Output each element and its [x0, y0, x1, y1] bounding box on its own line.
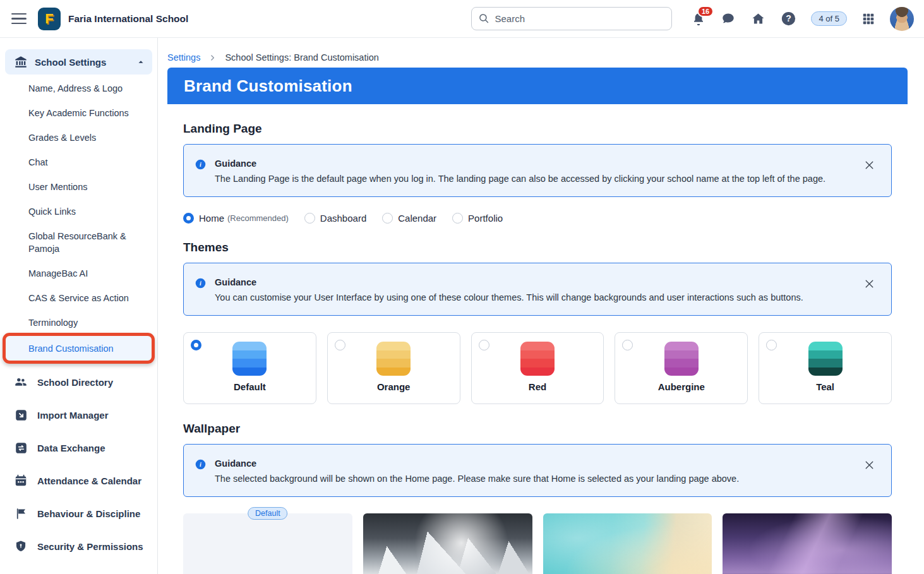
shield-icon	[14, 539, 28, 553]
theme-swatch-teal	[808, 342, 843, 376]
messages-chat-icon[interactable]	[721, 11, 736, 27]
search-box	[471, 7, 672, 30]
breadcrumb-settings-link[interactable]: Settings	[167, 52, 200, 63]
landing-option-dashboard[interactable]: Dashboard	[304, 213, 366, 224]
wallpaper-purple-night-sky[interactable]	[723, 513, 892, 574]
hamburger-icon[interactable]	[11, 13, 27, 25]
notifications-bell-icon[interactable]: 16	[691, 11, 706, 27]
chevron-up-icon	[137, 58, 145, 66]
school-name[interactable]: Faria International School	[68, 13, 188, 25]
sidebar-item-behaviour-discipline[interactable]: Behaviour & Discipline	[0, 497, 157, 530]
main-content: Settings School Settings: Brand Customis…	[158, 38, 924, 574]
radio-icon[interactable]	[335, 340, 345, 350]
sidebar-item-chat[interactable]: Chat	[0, 150, 157, 174]
sidebar-section-school-settings[interactable]: School Settings	[5, 49, 152, 75]
sidebar-item-user-mentions[interactable]: User Mentions	[0, 174, 157, 199]
home-icon[interactable]	[750, 11, 766, 27]
theme-label: Red	[529, 381, 546, 392]
sidebar-item-managebac-ai[interactable]: ManageBac AI	[0, 261, 157, 285]
landing-option-home[interactable]: Home (Recommended)	[183, 213, 289, 224]
help-icon[interactable]: ?	[781, 11, 796, 27]
wallpaper-default[interactable]: Default	[183, 513, 352, 574]
theme-options: Default Orange Red Aubergine	[183, 332, 892, 404]
landing-page-heading: Landing Page	[183, 122, 892, 136]
theme-card-teal[interactable]: Teal	[759, 332, 892, 404]
sidebar-item-import-manager[interactable]: Import Manager	[0, 398, 157, 431]
sidebar-item-label: Key Academic Functions	[28, 108, 129, 118]
sidebar-item-school-directory[interactable]: School Directory	[0, 366, 157, 398]
flag-icon	[14, 506, 28, 520]
info-icon: i	[195, 459, 206, 470]
themes-guidance-box: i Guidance You can customise your User I…	[183, 263, 892, 316]
sidebar-item-label: Attendance & Calendar	[37, 475, 141, 486]
sidebar-item-quick-links[interactable]: Quick Links	[0, 199, 157, 224]
apps-grid-icon[interactable]	[861, 12, 875, 26]
data-exchange-icon	[14, 441, 28, 455]
guidance-title: Guidance	[215, 158, 825, 169]
import-icon	[14, 408, 28, 422]
sidebar-item-terminology[interactable]: Terminology	[0, 310, 157, 335]
guidance-text: The selected background will be shown on…	[215, 474, 739, 484]
sidebar-section-label: School Settings	[35, 57, 106, 68]
sidebar-item-label: School Directory	[37, 377, 113, 388]
theme-card-aubergine[interactable]: Aubergine	[615, 332, 748, 404]
sidebar-item-label: ManageBac AI	[28, 268, 88, 278]
theme-card-default[interactable]: Default	[183, 332, 316, 404]
theme-card-orange[interactable]: Orange	[327, 332, 460, 404]
radio-selected-icon	[183, 213, 194, 224]
sidebar-item-label: Chat	[28, 157, 48, 167]
sidebar-item-label: CAS & Service as Action	[28, 293, 129, 303]
wallpaper-teal-watercolor[interactable]	[543, 513, 712, 574]
landing-option-calendar[interactable]: Calendar	[382, 213, 436, 224]
sidebar-item-key-academic-functions[interactable]: Key Academic Functions	[0, 100, 157, 125]
sidebar-item-attendance-calendar[interactable]: Attendance & Calendar	[0, 464, 157, 497]
sidebar-item-name-address-logo[interactable]: Name, Address & Logo	[0, 76, 157, 100]
sidebar-item-grades-levels[interactable]: Grades & Levels	[0, 125, 157, 150]
bank-icon	[14, 55, 28, 69]
info-icon: i	[195, 278, 206, 289]
theme-label: Teal	[816, 381, 834, 392]
close-icon[interactable]	[861, 157, 877, 175]
sidebar-item-label: Data Exchange	[37, 443, 105, 453]
plan-usage-badge[interactable]: 4 of 5	[811, 11, 847, 26]
wallpaper-options: Default	[183, 513, 892, 574]
radio-selected-icon[interactable]	[191, 340, 201, 350]
search-input[interactable]	[471, 7, 672, 30]
sidebar-item-global-resourcebank-pamoja[interactable]: Global ResourceBank & Pamoja	[0, 224, 157, 261]
svg-text:i: i	[200, 161, 201, 168]
radio-icon[interactable]	[766, 340, 777, 350]
landing-option-portfolio[interactable]: Portfolio	[452, 213, 503, 224]
radio-icon	[382, 213, 393, 224]
sidebar-item-cas-service-as-action[interactable]: CAS & Service as Action	[0, 285, 157, 310]
theme-swatch-orange	[376, 342, 411, 376]
sidebar-item-label: User Mentions	[28, 182, 87, 192]
sidebar-item-data-exchange[interactable]: Data Exchange	[0, 431, 157, 464]
radio-icon[interactable]	[622, 340, 633, 350]
calendar-icon	[14, 474, 28, 487]
theme-label: Default	[234, 381, 266, 392]
breadcrumb: Settings School Settings: Brand Customis…	[167, 52, 908, 63]
faria-logo[interactable]: F	[38, 8, 61, 30]
purple-night-sky-image	[723, 513, 892, 574]
radio-icon[interactable]	[479, 340, 489, 350]
sidebar-item-label: Terminology	[28, 318, 78, 328]
sidebar-item-label: Quick Links	[28, 206, 76, 217]
teal-watercolor-image	[543, 513, 712, 574]
sidebar-item-brand-customisation[interactable]: Brand Customisation	[5, 336, 152, 361]
theme-label: Aubergine	[658, 381, 705, 392]
theme-swatch-red	[520, 342, 555, 376]
user-avatar[interactable]	[890, 7, 914, 31]
notification-count-badge: 16	[697, 6, 713, 17]
landing-guidance-box: i Guidance The Landing Page is the defau…	[183, 144, 892, 197]
theme-card-red[interactable]: Red	[471, 332, 604, 404]
top-header: F Faria International School 16 ? 4 of 5	[0, 0, 924, 38]
close-icon[interactable]	[861, 276, 877, 294]
wallpaper-snowy-mountains[interactable]	[363, 513, 532, 574]
radio-icon	[452, 213, 463, 224]
close-icon[interactable]	[861, 457, 877, 475]
sidebar-item-security-permissions[interactable]: Security & Permissions	[0, 530, 157, 563]
guidance-title: Guidance	[215, 277, 803, 287]
theme-label: Orange	[377, 381, 411, 392]
page-header-banner: Brand Customisation	[167, 68, 908, 104]
wallpaper-guidance-box: i Guidance The selected background will …	[183, 444, 892, 497]
